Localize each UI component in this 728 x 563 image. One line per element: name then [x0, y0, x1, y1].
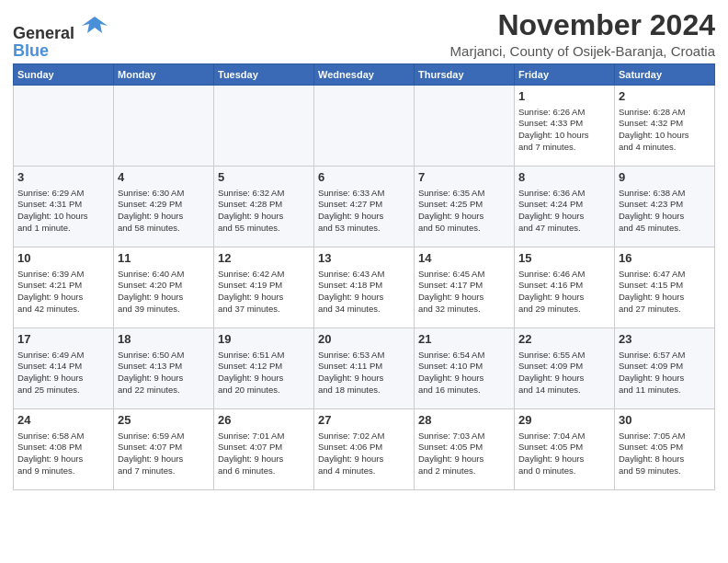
day-number: 28 — [418, 412, 510, 429]
day-info-line: Sunset: 4:17 PM — [418, 280, 510, 292]
day-number: 13 — [318, 250, 410, 267]
day-info-line: Daylight: 9 hours — [518, 292, 610, 304]
day-info-line: and 25 minutes. — [17, 385, 109, 396]
day-info-line: Sunset: 4:10 PM — [418, 361, 510, 373]
day-info-line: Daylight: 9 hours — [418, 292, 510, 304]
calendar-week-row: 10Sunrise: 6:39 AMSunset: 4:21 PMDayligh… — [14, 247, 715, 328]
day-info-line: and 53 minutes. — [318, 223, 410, 235]
day-info-line: Sunrise: 6:26 AM — [518, 107, 610, 119]
day-info-line: Sunset: 4:29 PM — [118, 199, 210, 211]
day-info-line: Daylight: 9 hours — [218, 292, 310, 304]
day-info-line: and 55 minutes. — [218, 223, 310, 235]
day-info-line: Sunset: 4:19 PM — [218, 280, 310, 292]
day-info-line: and 50 minutes. — [418, 223, 510, 235]
day-number: 20 — [318, 331, 410, 348]
calendar-cell: 17Sunrise: 6:49 AMSunset: 4:14 PMDayligh… — [14, 328, 114, 409]
day-info-line: Sunrise: 6:51 AM — [218, 350, 310, 362]
day-number: 5 — [218, 169, 310, 186]
calendar-cell: 28Sunrise: 7:03 AMSunset: 4:05 PMDayligh… — [415, 409, 515, 490]
calendar-cell: 1Sunrise: 6:26 AMSunset: 4:33 PMDaylight… — [515, 86, 615, 167]
day-info-line: Sunset: 4:27 PM — [318, 199, 410, 211]
day-info-line: Daylight: 9 hours — [318, 454, 410, 465]
day-number: 6 — [318, 169, 410, 186]
day-info-line: Daylight: 9 hours — [118, 454, 210, 465]
logo-text-block: General Blue — [13, 13, 108, 60]
day-info-line: and 2 minutes. — [418, 465, 510, 477]
logo-blue-text: Blue — [13, 42, 108, 60]
day-info-line: Daylight: 9 hours — [118, 211, 210, 223]
calendar-cell: 23Sunrise: 6:57 AMSunset: 4:09 PMDayligh… — [615, 328, 715, 409]
day-number: 14 — [418, 250, 510, 267]
day-info-line: Sunset: 4:05 PM — [619, 442, 711, 454]
calendar-cell: 9Sunrise: 6:38 AMSunset: 4:23 PMDaylight… — [615, 167, 715, 247]
day-number: 21 — [418, 331, 510, 348]
calendar-cell: 25Sunrise: 6:59 AMSunset: 4:07 PMDayligh… — [114, 409, 214, 490]
day-info-line: Sunrise: 6:30 AM — [118, 188, 210, 200]
day-info-line: and 59 minutes. — [619, 465, 711, 477]
day-info-line: Sunrise: 7:03 AM — [418, 431, 510, 442]
day-number: 11 — [118, 250, 210, 267]
day-info-line: Sunrise: 6:38 AM — [619, 188, 711, 200]
day-info-line: Sunset: 4:06 PM — [318, 442, 410, 454]
day-number: 4 — [118, 169, 210, 186]
day-info-line: Sunset: 4:33 PM — [518, 118, 610, 130]
day-info-line: Sunrise: 6:55 AM — [518, 350, 610, 362]
day-info-line: and 4 minutes. — [318, 465, 410, 477]
calendar-cell: 24Sunrise: 6:58 AMSunset: 4:08 PMDayligh… — [14, 409, 114, 490]
day-info-line: Sunset: 4:32 PM — [619, 118, 711, 130]
logo-bird-icon — [82, 13, 108, 39]
calendar-table: SundayMondayTuesdayWednesdayThursdayFrid… — [13, 63, 715, 490]
day-number: 17 — [17, 331, 109, 348]
day-info-line: Daylight: 9 hours — [619, 211, 711, 223]
weekday-header-saturday: Saturday — [615, 64, 715, 86]
day-info-line: Sunrise: 6:49 AM — [17, 350, 109, 362]
day-info-line: Sunset: 4:18 PM — [318, 280, 410, 292]
day-number: 15 — [518, 250, 610, 267]
calendar-cell: 29Sunrise: 7:04 AMSunset: 4:05 PMDayligh… — [515, 409, 615, 490]
day-info-line: Sunset: 4:11 PM — [318, 361, 410, 373]
day-info-line: Sunrise: 7:01 AM — [218, 431, 310, 442]
calendar-week-row: 3Sunrise: 6:29 AMSunset: 4:31 PMDaylight… — [14, 167, 715, 247]
day-info-line: Daylight: 9 hours — [418, 373, 510, 385]
day-info-line: Sunrise: 6:58 AM — [17, 431, 109, 442]
day-info-line: Daylight: 9 hours — [218, 454, 310, 465]
calendar-cell — [214, 86, 314, 167]
calendar-cell: 10Sunrise: 6:39 AMSunset: 4:21 PMDayligh… — [14, 247, 114, 328]
day-number: 18 — [118, 331, 210, 348]
day-info-line: and 58 minutes. — [118, 223, 210, 235]
day-number: 25 — [118, 412, 210, 429]
day-info-line: and 0 minutes. — [518, 465, 610, 477]
day-info-line: Daylight: 9 hours — [118, 292, 210, 304]
logo: General Blue — [13, 13, 108, 60]
day-info-line: Sunset: 4:28 PM — [218, 199, 310, 211]
calendar-cell: 7Sunrise: 6:35 AMSunset: 4:25 PMDaylight… — [415, 167, 515, 247]
day-info-line: Sunset: 4:21 PM — [17, 280, 109, 292]
day-info-line: Daylight: 9 hours — [518, 211, 610, 223]
calendar-cell — [14, 86, 114, 167]
calendar-cell: 27Sunrise: 7:02 AMSunset: 4:06 PMDayligh… — [314, 409, 415, 490]
day-info-line: Daylight: 9 hours — [418, 454, 510, 465]
day-info-line: Daylight: 9 hours — [17, 454, 109, 465]
day-info-line: and 6 minutes. — [218, 465, 310, 477]
day-info-line: Sunrise: 6:46 AM — [518, 269, 610, 281]
day-info-line: Daylight: 9 hours — [17, 292, 109, 304]
calendar-cell: 22Sunrise: 6:55 AMSunset: 4:09 PMDayligh… — [515, 328, 615, 409]
day-info-line: and 20 minutes. — [218, 385, 310, 396]
day-info-line: Sunrise: 7:04 AM — [518, 431, 610, 442]
title-block: November 2024 Marjanci, County of Osijek… — [450, 9, 715, 59]
day-info-line: Sunrise: 6:50 AM — [118, 350, 210, 362]
day-info-line: Daylight: 9 hours — [518, 454, 610, 465]
calendar-week-row: 17Sunrise: 6:49 AMSunset: 4:14 PMDayligh… — [14, 328, 715, 409]
day-info-line: and 7 minutes. — [118, 465, 210, 477]
day-info-line: and 37 minutes. — [218, 304, 310, 316]
calendar-cell: 5Sunrise: 6:32 AMSunset: 4:28 PMDaylight… — [214, 167, 314, 247]
day-info-line: and 14 minutes. — [518, 385, 610, 396]
day-info-line: Daylight: 10 hours — [518, 130, 610, 142]
day-info-line: Sunset: 4:08 PM — [17, 442, 109, 454]
day-number: 3 — [17, 169, 109, 186]
day-info-line: Daylight: 9 hours — [17, 373, 109, 385]
day-number: 10 — [17, 250, 109, 267]
weekday-header-friday: Friday — [515, 64, 615, 86]
weekday-header-tuesday: Tuesday — [214, 64, 314, 86]
day-info-line: Sunrise: 6:53 AM — [318, 350, 410, 362]
